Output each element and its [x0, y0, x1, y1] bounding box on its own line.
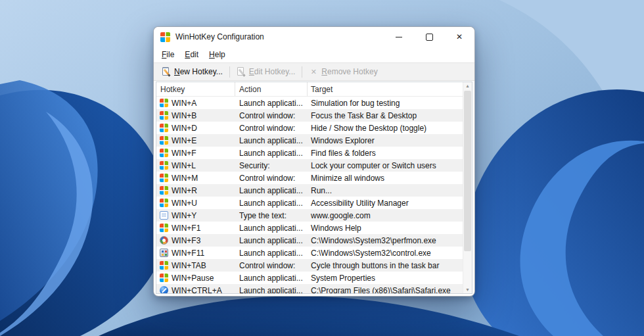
hotkey-label: WIN+F1 — [172, 224, 200, 233]
column-header-hotkey[interactable]: Hotkey — [156, 82, 235, 96]
target-label: Run... — [308, 186, 463, 195]
desktop: WinHotKey Configuration File Edit Help — [0, 0, 644, 336]
column-header-action[interactable]: Action — [235, 82, 308, 96]
hotkey-row[interactable]: WIN+E Launch applicati... Windows Explor… — [156, 134, 463, 147]
target-label: Find files & folders — [308, 149, 463, 158]
new-hotkey-label: New Hotkey... — [174, 67, 223, 76]
perfmon-icon — [160, 236, 168, 245]
hotkey-rows: WIN+A Launch applicati... Simulation for… — [156, 97, 463, 293]
hotkey-label: WIN+U — [172, 199, 197, 208]
hotkey-row[interactable]: WIN+M Control window: Minimize all windo… — [156, 172, 463, 184]
target-label: C:\Windows\System32\perfmon.exe — [308, 236, 463, 245]
hotkey-label: WIN+L — [172, 161, 196, 170]
window-title: WinHotKey Configuration — [175, 32, 264, 41]
windows-flag-icon — [160, 261, 168, 270]
action-label: Launch applicati... — [235, 136, 308, 145]
remove-hotkey-icon — [309, 67, 318, 76]
action-label: Launch applicati... — [235, 286, 308, 294]
action-label: Launch applicati... — [235, 186, 308, 195]
action-label: Launch applicati... — [235, 199, 308, 208]
target-label: Hide / Show the Desktop (toggle) — [308, 124, 463, 133]
hotkey-row[interactable]: WIN+L Security: Lock your computer or Sw… — [156, 159, 463, 172]
hotkey-label: WIN+B — [172, 111, 196, 120]
new-hotkey-icon — [162, 67, 171, 76]
hotkey-label: WIN+CTRL+A — [172, 286, 222, 294]
hotkey-row[interactable]: WIN+D Control window: Hide / Show the De… — [156, 122, 463, 134]
menu-edit[interactable]: Edit — [179, 48, 204, 61]
target-label: Focus the Task Bar & Desktop — [308, 111, 463, 120]
hotkey-row[interactable]: WIN+B Control window: Focus the Task Bar… — [156, 109, 463, 122]
windows-flag-icon — [160, 186, 168, 195]
action-label: Security: — [235, 161, 308, 170]
windows-flag-icon — [160, 111, 168, 120]
hotkey-row[interactable]: WIN+F11 Launch applicati... C:\Windows\S… — [156, 247, 463, 259]
hotkey-row[interactable]: WIN+CTRL+A Launch applicati... C:\Progra… — [156, 284, 463, 293]
text-icon — [160, 211, 168, 220]
hotkey-row[interactable]: WIN+A Launch applicati... Simulation for… — [156, 97, 463, 109]
winhotkey-app-icon — [160, 32, 170, 42]
target-label: C:\Program Files (x86)\Safari\Safari.exe — [308, 286, 463, 294]
hotkey-row[interactable]: WIN+F Launch applicati... Find files & f… — [156, 147, 463, 159]
close-button[interactable] — [444, 27, 474, 47]
action-label: Launch applicati... — [235, 236, 308, 245]
hotkey-row[interactable]: WIN+Y Type the text: www.google.com — [156, 209, 463, 222]
target-label: Cycle through buttons in the task bar — [308, 261, 463, 270]
vertical-scrollbar[interactable] — [463, 82, 472, 293]
action-label: Launch applicati... — [235, 249, 308, 258]
scrollbar-thumb[interactable] — [464, 91, 471, 251]
hotkey-label: WIN+F3 — [172, 236, 200, 245]
hotkey-label: WIN+A — [172, 99, 196, 108]
windows-flag-icon — [160, 124, 168, 132]
new-hotkey-button[interactable]: New Hotkey... — [156, 63, 229, 80]
titlebar[interactable]: WinHotKey Configuration — [154, 27, 474, 47]
hotkey-label: WIN+M — [172, 174, 198, 183]
target-label: Windows Explorer — [308, 136, 463, 145]
maximize-button[interactable] — [414, 27, 444, 47]
edit-hotkey-icon — [237, 67, 246, 76]
hotkey-listview: Hotkey Action Target WIN+A Launch applic… — [156, 82, 472, 294]
hotkey-row[interactable]: WIN+F1 Launch applicati... Windows Help — [156, 222, 463, 234]
action-label: Launch applicati... — [235, 149, 308, 158]
hotkey-label: WIN+D — [172, 124, 197, 133]
windows-flag-icon — [160, 274, 168, 282]
hotkey-row[interactable]: WIN+R Launch applicati... Run... — [156, 184, 463, 197]
menu-help[interactable]: Help — [204, 48, 231, 61]
close-icon — [456, 33, 463, 41]
action-label: Launch applicati... — [235, 99, 308, 108]
windows-flag-icon — [160, 149, 168, 157]
action-label: Launch applicati... — [235, 274, 308, 283]
windows-flag-icon — [160, 136, 168, 145]
hotkey-row[interactable]: WIN+F3 Launch applicati... C:\Windows\Sy… — [156, 234, 463, 247]
windows-flag-icon — [160, 174, 168, 182]
action-label: Control window: — [235, 124, 308, 133]
windows-flag-icon — [160, 99, 168, 107]
column-header-target[interactable]: Target — [308, 82, 463, 96]
windows-flag-icon — [160, 199, 168, 207]
menu-file[interactable]: File — [156, 48, 179, 61]
remove-hotkey-button[interactable]: Remove Hotkey — [303, 63, 383, 80]
hotkey-label: WIN+F11 — [172, 249, 204, 258]
action-label: Control window: — [235, 261, 308, 270]
action-label: Control window: — [235, 174, 308, 183]
minimize-button[interactable] — [384, 27, 414, 47]
target-label: C:\Windows\System32\control.exe — [308, 249, 463, 258]
action-label: Type the text: — [235, 211, 308, 220]
windows-flag-icon — [160, 161, 168, 170]
minimize-icon — [396, 37, 402, 37]
caption-buttons — [384, 27, 474, 47]
target-label: Simulation for bug testing — [308, 99, 463, 108]
target-label: System Properties — [308, 274, 463, 283]
hotkey-label: WIN+Pause — [172, 274, 214, 283]
target-label: Accessibility Utility Manager — [308, 199, 463, 208]
hotkey-label: WIN+R — [172, 186, 197, 195]
toolbar-separator — [229, 66, 230, 78]
toolbar-separator — [302, 66, 302, 78]
hotkey-row[interactable]: WIN+U Launch applicati... Accessibility … — [156, 197, 463, 209]
target-label: Windows Help — [308, 224, 463, 233]
control-panel-icon — [160, 249, 168, 257]
hotkey-row[interactable]: WIN+TAB Control window: Cycle through bu… — [156, 259, 463, 272]
maximize-icon — [426, 34, 433, 41]
list-header: Hotkey Action Target — [156, 82, 463, 97]
hotkey-row[interactable]: WIN+Pause Launch applicati... System Pro… — [156, 272, 463, 284]
edit-hotkey-button[interactable]: Edit Hotkey... — [231, 63, 301, 80]
